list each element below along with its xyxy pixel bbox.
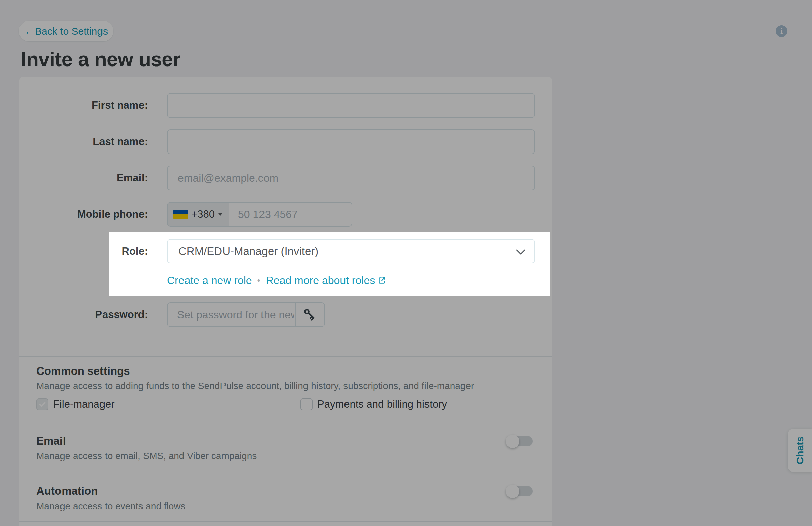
read-more-roles-link[interactable]: Read more about roles [266,274,387,287]
email-input[interactable] [167,166,535,191]
payments-billing-checkbox-label: Payments and billing history [317,399,447,410]
key-icon [303,308,317,322]
common-settings-description: Manage access to adding funds to the Sen… [36,380,474,391]
common-settings-title: Common settings [36,365,130,377]
role-links-row: Create a new role • Read more about role… [167,273,387,288]
payments-billing-checkbox[interactable] [301,399,313,410]
section-divider [19,356,552,357]
password-label: Password: [20,302,148,327]
chats-tab-label: Chats [794,436,806,464]
phone-number-input[interactable] [229,202,351,226]
automation-section-title: Automation [36,485,98,497]
arrow-left-icon: ← [24,26,34,36]
toggle-knob [506,485,519,498]
back-button-label: Back to Settings [35,26,108,37]
dot-separator: • [258,276,260,285]
info-circle-icon: i [780,27,783,35]
first-name-input[interactable] [167,93,535,118]
back-to-settings-button[interactable]: ←Back to Settings [19,21,113,41]
page-title: Invite a new user [21,48,180,71]
file-manager-checkbox [36,399,48,410]
caret-down-icon [218,213,223,216]
create-new-role-link[interactable]: Create a new role [167,274,252,287]
mobile-phone-label: Mobile phone: [20,202,148,227]
external-link-icon [378,276,387,285]
email-section-description: Manage access to email, SMS, and Viber c… [36,451,257,462]
chats-tab[interactable]: Chats [788,429,812,472]
email-section-title: Email [36,435,66,447]
chevron-down-icon [516,249,526,255]
automation-toggle[interactable] [507,485,533,497]
toggle-knob [506,435,519,448]
password-field [167,302,325,327]
section-divider [19,471,552,472]
email-toggle[interactable] [507,435,533,447]
password-input[interactable] [168,303,295,327]
country-code-select[interactable]: +380 [168,202,229,226]
invite-user-page: ←Back to Settings Invite a new user i Fi… [0,0,812,526]
section-divider [19,427,552,428]
role-select[interactable]: CRM/EDU-Manager (Inviter) [167,239,535,263]
ukraine-flag-icon [173,210,188,219]
info-button[interactable]: i [776,25,787,37]
country-code-value: +380 [191,208,215,220]
mobile-phone-field: +380 [167,202,352,227]
role-label: Role: [20,239,148,263]
automation-section-description: Manage access to events and flows [36,501,186,512]
section-divider [19,521,552,522]
check-icon [38,400,46,408]
generate-password-button[interactable] [296,303,324,327]
first-name-label: First name: [20,93,148,118]
file-manager-checkbox-label: File-manager [53,399,115,410]
last-name-input[interactable] [167,129,535,154]
role-selected-value: CRM/EDU-Manager (Inviter) [178,245,318,258]
email-label: Email: [20,166,148,191]
last-name-label: Last name: [20,129,148,154]
